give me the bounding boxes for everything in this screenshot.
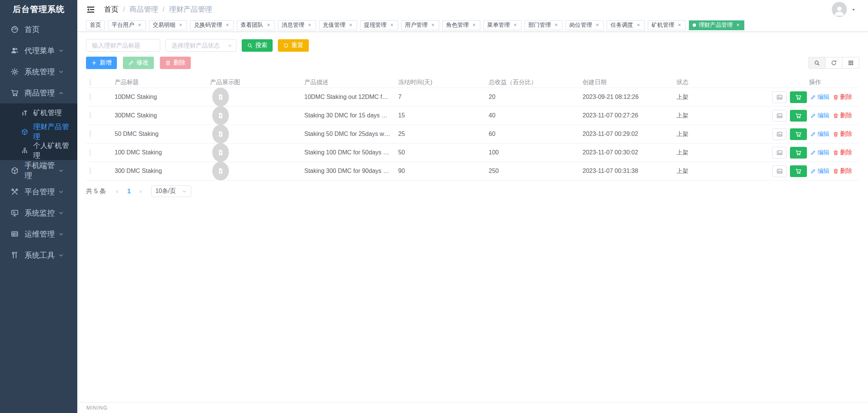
product-status-select[interactable] [166, 39, 236, 52]
tab-close-icon[interactable]: × [389, 22, 394, 28]
preview-image-button[interactable] [772, 128, 787, 140]
caret-down-icon[interactable] [851, 7, 856, 12]
sidebar-item-5[interactable]: 理财产品管理 [0, 122, 77, 141]
edit-link[interactable]: 编辑 [810, 167, 830, 175]
preview-image-button[interactable] [772, 91, 787, 103]
tab-close-icon[interactable]: × [225, 22, 230, 28]
edit-button-disabled[interactable]: 修改 [123, 57, 154, 69]
sidebar-item-10[interactable]: 运维管理 [0, 223, 77, 245]
toolbar-columns-button[interactable] [842, 57, 859, 69]
sidebar-item-9[interactable]: 系统监控 [0, 202, 77, 223]
toolbar-search-toggle-button[interactable] [808, 57, 825, 69]
delete-button-disabled[interactable]: 删除 [160, 57, 191, 69]
tab-close-icon[interactable]: × [735, 22, 741, 28]
product-title-input[interactable] [86, 39, 160, 52]
tab-9[interactable]: 角色管理× [442, 20, 480, 30]
created-date-cell: 2023-11-07 00:30:02 [579, 149, 673, 156]
row-checkbox[interactable] [90, 130, 90, 137]
sidebar-item-11[interactable]: 系统工具 [0, 245, 77, 266]
reset-button[interactable]: 重置 [278, 39, 309, 52]
preview-image-button[interactable] [772, 147, 787, 159]
breadcrumb-item[interactable]: 商品管理 [129, 5, 158, 14]
product-status-select-input[interactable] [166, 39, 236, 52]
delete-link[interactable]: 删除 [833, 167, 852, 175]
tab-close-icon[interactable]: × [471, 22, 477, 28]
toolbar-refresh-button[interactable] [825, 57, 842, 69]
shelf-toggle-button[interactable] [790, 128, 807, 140]
sidebar-item-2[interactable]: 系统管理 [0, 61, 77, 82]
tab-8[interactable]: 用户管理× [401, 20, 439, 30]
user-menu[interactable] [832, 2, 856, 17]
pagination-prev-button[interactable]: ‹ [111, 188, 123, 195]
product-image-placeholder[interactable] [212, 143, 229, 162]
row-checkbox[interactable] [90, 167, 90, 174]
preview-image-button[interactable] [772, 165, 787, 177]
tab-6[interactable]: 充值管理× [319, 20, 357, 30]
org-icon [21, 147, 28, 154]
edit-link[interactable]: 编辑 [810, 112, 830, 120]
delete-link[interactable]: 删除 [833, 93, 852, 101]
sidebar-item-6[interactable]: 个人矿机管理 [0, 141, 77, 160]
tab-close-icon[interactable]: × [595, 22, 600, 28]
page-size-select[interactable]: 10条/页 [151, 185, 191, 197]
sidebar-item-3[interactable]: 商品管理 [0, 82, 77, 103]
tab-close-icon[interactable]: × [636, 22, 641, 28]
product-image-placeholder[interactable] [212, 106, 229, 125]
sidebar-item-7[interactable]: 手机端管理 [0, 160, 77, 181]
sidebar-item-4[interactable]: 矿机管理 [0, 103, 77, 122]
add-button[interactable]: 新增 [86, 57, 117, 69]
tab-3[interactable]: 兑换码管理× [190, 20, 234, 30]
delete-link[interactable]: 删除 [833, 130, 852, 138]
tab-1[interactable]: 平台用户× [108, 20, 146, 30]
tab-close-icon[interactable]: × [348, 22, 353, 28]
tab-12[interactable]: 岗位管理× [566, 20, 604, 30]
edit-link[interactable]: 编辑 [810, 130, 830, 138]
shelf-toggle-button[interactable] [790, 147, 807, 159]
select-all-checkbox[interactable] [90, 79, 90, 86]
pagination-next-button[interactable]: › [135, 188, 147, 195]
product-image-placeholder[interactable] [212, 88, 229, 106]
delete-link[interactable]: 删除 [833, 112, 852, 120]
total-return-cell: 60 [485, 131, 579, 137]
row-checkbox[interactable] [90, 149, 90, 156]
shelf-toggle-button[interactable] [790, 110, 807, 122]
breadcrumb-home[interactable]: 首页 [104, 5, 118, 14]
tab-7[interactable]: 提现管理× [360, 20, 398, 30]
delete-link[interactable]: 删除 [833, 149, 852, 157]
shelf-toggle-button[interactable] [790, 165, 807, 177]
row-checkbox[interactable] [90, 112, 90, 119]
tab-2[interactable]: 交易明细× [149, 20, 187, 30]
tab-close-icon[interactable]: × [554, 22, 559, 28]
product-image-placeholder[interactable] [212, 162, 229, 180]
tab-4[interactable]: 查看团队× [237, 20, 275, 30]
sidebar-item-8[interactable]: 平台管理 [0, 181, 77, 202]
tab-10[interactable]: 菜单管理× [483, 20, 521, 30]
shelf-toggle-button[interactable] [790, 91, 807, 103]
row-checkbox[interactable] [90, 93, 90, 100]
pagination-page-1[interactable]: 1 [123, 188, 135, 195]
actions-row: 新增 修改 删除 [86, 57, 859, 69]
content: 搜索 重置 新增 修改 删除 [77, 32, 868, 402]
search-button[interactable]: 搜索 [242, 39, 273, 52]
tab-close-icon[interactable]: × [307, 22, 312, 28]
tab-0[interactable]: 首页 [86, 20, 105, 30]
tab-close-icon[interactable]: × [512, 22, 518, 28]
edit-link[interactable]: 编辑 [810, 149, 830, 157]
avatar[interactable] [832, 2, 847, 17]
tab-13[interactable]: 任务调度× [607, 20, 645, 30]
tab-close-icon[interactable]: × [137, 22, 142, 28]
tab-5[interactable]: 消息管理× [278, 20, 316, 30]
sidebar-item-1[interactable]: 代理菜单 [0, 40, 77, 61]
tab-close-icon[interactable]: × [677, 22, 682, 28]
tab-14[interactable]: 矿机管理× [648, 20, 686, 30]
tab-close-icon[interactable]: × [430, 22, 436, 28]
sidebar-item-0[interactable]: 首页 [0, 19, 77, 40]
tab-close-icon[interactable]: × [178, 22, 183, 28]
tab-11[interactable]: 部门管理× [524, 20, 563, 30]
product-image-placeholder[interactable] [212, 125, 229, 143]
tab-15[interactable]: 理财产品管理× [689, 20, 744, 30]
preview-image-button[interactable] [772, 110, 787, 122]
tab-close-icon[interactable]: × [266, 22, 271, 28]
sidebar-fold-icon[interactable] [86, 5, 96, 15]
edit-link[interactable]: 编辑 [810, 93, 830, 101]
